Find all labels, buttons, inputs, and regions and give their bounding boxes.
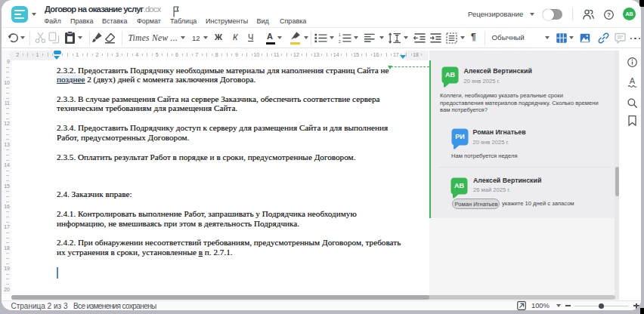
svg-text:1: 1 xyxy=(339,33,341,37)
svg-text:АВ: АВ xyxy=(454,182,464,189)
svg-text:2: 2 xyxy=(339,40,341,43)
svg-text:РИ: РИ xyxy=(455,133,464,140)
svg-text:АВ: АВ xyxy=(445,71,455,78)
svg-text:?: ? xyxy=(607,11,611,18)
svg-text:А: А xyxy=(630,76,636,85)
